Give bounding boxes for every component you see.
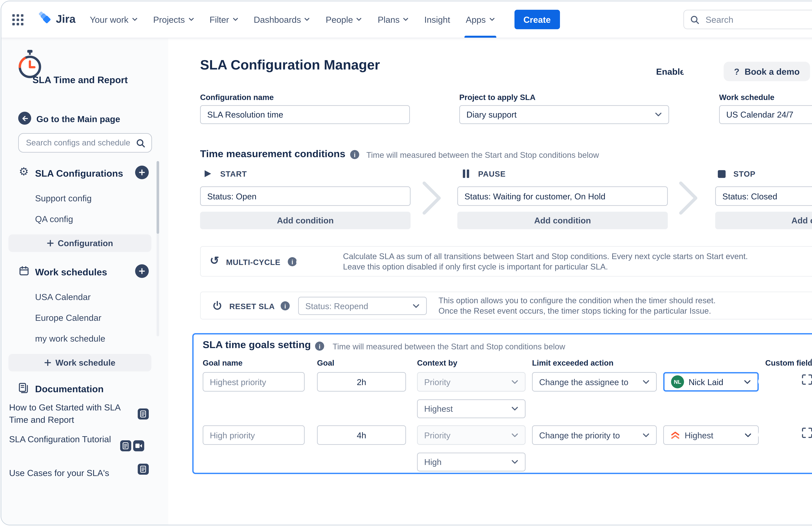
add-schedule-plus-icon[interactable] (135, 264, 149, 278)
global-search[interactable] (683, 10, 812, 29)
back-to-main-link[interactable]: Go to the Main page (37, 114, 120, 124)
top-navigation-bar: Jira Your work Projects Filter Dashboard… (1, 1, 812, 38)
chevron-down-icon (655, 112, 662, 117)
doc-link-get-started[interactable]: How to Get Started with SLA Time and Rep… (9, 401, 129, 426)
chevron-down-icon (232, 17, 238, 21)
context-by-select[interactable]: Priority (417, 372, 525, 392)
doc-link-tutorial[interactable]: SLA Configuration Tutorial (9, 433, 113, 445)
sidebar-search[interactable] (18, 133, 152, 152)
chevron-down-icon (511, 460, 518, 464)
flow-chevron-icon (422, 181, 442, 218)
limit-action-select[interactable]: Change the priority to (532, 425, 657, 445)
nav-insight[interactable]: Insight (424, 1, 450, 38)
sidebar-scrollbar-thumb[interactable] (157, 161, 159, 234)
nav-your-work[interactable]: Your work (90, 1, 137, 38)
pause-condition-field[interactable]: Status: Waiting for customer, On Hold (457, 186, 668, 206)
sidebar-search-input[interactable] (25, 138, 132, 148)
priority-target-select[interactable]: Highest (663, 425, 759, 445)
start-play-icon (204, 169, 212, 180)
col-custom-field: Custom field (765, 359, 812, 367)
start-condition-field[interactable]: Status: Open (200, 186, 410, 206)
reset-description-line1: This option allows you to configure the … (438, 296, 716, 306)
jira-logo[interactable]: Jira (38, 11, 75, 28)
sidebar-item-usa-calendar[interactable]: USA Calendar (35, 292, 91, 302)
stop-condition-field[interactable]: Status: Closed (715, 186, 812, 206)
stop-label: STOP (734, 170, 755, 179)
context-by-select[interactable]: Priority (417, 425, 525, 445)
nav-dashboards[interactable]: Dashboards (254, 1, 310, 38)
goal-name-input[interactable]: Highest priority (203, 372, 305, 392)
search-icon (136, 138, 145, 148)
question-icon: ? (734, 67, 739, 76)
col-limit-action: Limit exceeded action (532, 359, 613, 367)
documentation-title: Documentation (35, 384, 104, 394)
work-schedules-title: Work schedules (35, 267, 107, 277)
chevron-down-icon (744, 380, 751, 384)
expand-icon[interactable] (802, 374, 812, 385)
add-work-schedule-button[interactable]: Work schedule (9, 354, 151, 371)
book-demo-button[interactable]: ? Book a demo (724, 62, 810, 81)
goals-title: SLA time goals setting (203, 339, 311, 351)
project-select[interactable]: Diary support (459, 105, 669, 124)
sidebar-item-support-config[interactable]: Support config (35, 193, 91, 203)
nav-plans[interactable]: Plans (378, 1, 409, 38)
goal-value-input[interactable]: 4h (317, 425, 406, 445)
chevron-down-icon (188, 17, 194, 21)
info-icon[interactable]: i (350, 150, 359, 159)
doc-page-icon[interactable] (138, 408, 149, 420)
back-arrow-icon[interactable] (18, 112, 31, 125)
conditions-hint: Time will measured between the Start and… (366, 151, 599, 160)
context-value-select[interactable]: High (417, 453, 525, 471)
app-window: Jira Your work Projects Filter Dashboard… (1, 1, 812, 525)
info-icon[interactable]: i (288, 257, 297, 266)
work-schedule-label: Work schedule (719, 93, 774, 102)
goal-value-input[interactable]: 2h (317, 372, 406, 392)
nav-filter[interactable]: Filter (209, 1, 238, 38)
work-schedules-calendar-icon (19, 266, 29, 279)
conditions-title: Time measurement conditions (200, 148, 345, 160)
start-add-condition-button[interactable]: Add condition (200, 212, 410, 229)
nav-projects[interactable]: Projects (153, 1, 194, 38)
chevron-down-icon (412, 304, 420, 308)
global-search-input[interactable] (704, 14, 812, 25)
sidebar-item-europe-calendar[interactable]: Europe Calendar (35, 313, 101, 323)
create-button[interactable]: Create (514, 10, 560, 29)
sla-configurations-title: SLA Configurations (35, 168, 123, 179)
goal-name-input[interactable]: High priority (203, 425, 305, 445)
stop-icon (718, 169, 726, 180)
nav-apps[interactable]: Apps (466, 1, 495, 38)
documentation-book-icon (18, 382, 29, 396)
add-configuration-button[interactable]: Configuration (9, 234, 151, 252)
info-icon[interactable]: i (281, 301, 290, 310)
project-label: Project to apply SLA (459, 93, 535, 102)
sidebar-item-my-work-schedule[interactable]: my work schedule (35, 334, 105, 344)
nav-people[interactable]: People (325, 1, 362, 38)
stop-add-condition-button[interactable]: Add condition (715, 212, 812, 229)
work-schedule-select[interactable]: US Calendar 24/7 (719, 105, 812, 124)
chevron-down-icon (511, 380, 518, 384)
chevron-down-icon (511, 433, 518, 437)
chevron-down-icon (304, 17, 310, 21)
priority-highest-icon (670, 430, 680, 440)
expand-icon[interactable] (802, 427, 812, 438)
app-switcher-icon[interactable] (12, 13, 24, 26)
assignee-avatar: NL (671, 375, 684, 388)
assignee-select[interactable]: NL Nick Laid (663, 372, 759, 392)
doc-page-icon[interactable] (120, 440, 131, 451)
doc-link-use-cases[interactable]: Use Cases for your SLA's (9, 467, 139, 479)
pause-add-condition-button[interactable]: Add condition (457, 212, 668, 229)
sidebar-item-qa-config[interactable]: QA config (35, 214, 73, 224)
config-name-input[interactable]: SLA Resolution time (200, 105, 410, 124)
chevron-down-icon (356, 17, 362, 21)
add-configuration-plus-icon[interactable] (135, 165, 149, 179)
page-canvas: SLA Time and Report Go to the Main page … (1, 38, 812, 525)
doc-page-icon[interactable] (138, 464, 149, 475)
context-value-select[interactable]: Highest (417, 399, 525, 418)
doc-video-icon[interactable] (133, 440, 144, 451)
col-goal-name: Goal name (203, 359, 243, 367)
chevron-down-icon (642, 380, 650, 384)
reset-status-select[interactable]: Status: Reopend (298, 297, 427, 315)
info-icon[interactable]: i (315, 341, 324, 351)
reset-description-line2: Once the Reset event occurs, the timer s… (438, 306, 711, 316)
limit-action-select[interactable]: Change the assignee to (532, 372, 657, 392)
